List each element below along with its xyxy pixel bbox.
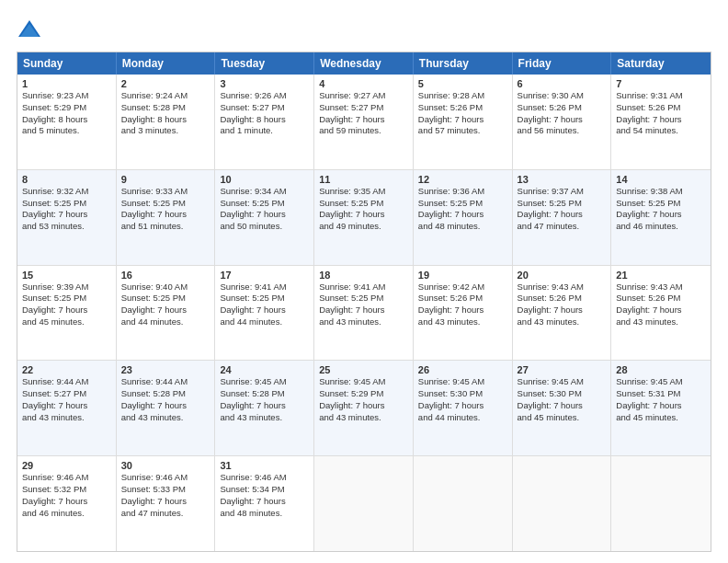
cell-line: Sunset: 5:27 PM	[22, 388, 111, 400]
cell-line: and 43 minutes.	[319, 316, 408, 328]
cell-line: Daylight: 7 hours	[121, 496, 210, 508]
weekday-header: Friday	[513, 52, 612, 75]
cell-line: Daylight: 7 hours	[22, 209, 111, 221]
cell-line: and 43 minutes.	[22, 412, 111, 424]
cell-line: Sunset: 5:28 PM	[121, 102, 210, 114]
cell-line: Sunrise: 9:44 AM	[22, 376, 111, 388]
day-number: 21	[616, 270, 706, 281]
cell-line: Sunrise: 9:27 AM	[319, 90, 408, 102]
logo-icon	[17, 17, 42, 42]
cell-line: and 46 minutes.	[22, 508, 111, 520]
cell-line: and 45 minutes.	[616, 412, 706, 424]
cell-line: Daylight: 7 hours	[121, 400, 210, 412]
calendar-cell: 29Sunrise: 9:46 AMSunset: 5:32 PMDayligh…	[17, 456, 117, 551]
cell-line: and 1 minute.	[220, 125, 309, 137]
cell-line: Sunset: 5:32 PM	[22, 484, 111, 496]
day-number: 20	[518, 270, 607, 281]
logo	[17, 17, 46, 42]
cell-line: Daylight: 7 hours	[319, 114, 408, 126]
cell-line: Daylight: 7 hours	[616, 400, 706, 412]
cell-line: Sunrise: 9:24 AM	[121, 90, 210, 102]
cell-line: and 44 minutes.	[121, 316, 210, 328]
cell-line: Sunset: 5:25 PM	[220, 198, 309, 210]
day-number: 28	[616, 364, 706, 375]
calendar-body: 1Sunrise: 9:23 AMSunset: 5:29 PMDaylight…	[17, 75, 711, 551]
cell-line: Daylight: 7 hours	[418, 209, 507, 221]
day-number: 5	[418, 78, 507, 89]
cell-line: Daylight: 7 hours	[616, 209, 706, 221]
calendar-cell: 4Sunrise: 9:27 AMSunset: 5:27 PMDaylight…	[314, 75, 414, 169]
cell-line: Sunset: 5:31 PM	[616, 388, 706, 400]
cell-line: Sunrise: 9:45 AM	[418, 376, 507, 388]
cell-line: Sunset: 5:33 PM	[121, 484, 210, 496]
cell-line: Daylight: 7 hours	[518, 114, 607, 126]
calendar-row: 15Sunrise: 9:39 AMSunset: 5:25 PMDayligh…	[17, 265, 711, 361]
day-number: 7	[616, 78, 706, 89]
calendar-cell: 16Sunrise: 9:40 AMSunset: 5:25 PMDayligh…	[117, 266, 216, 361]
calendar-cell: 17Sunrise: 9:41 AMSunset: 5:25 PMDayligh…	[215, 266, 314, 361]
cell-line: and 59 minutes.	[319, 125, 408, 137]
calendar-cell: 2Sunrise: 9:24 AMSunset: 5:28 PMDaylight…	[117, 75, 216, 169]
cell-line: Sunset: 5:25 PM	[319, 293, 408, 304]
cell-line: Daylight: 7 hours	[319, 304, 408, 316]
weekday-header: Thursday	[414, 52, 513, 75]
header	[17, 17, 711, 42]
cell-line: Daylight: 8 hours	[121, 114, 210, 126]
cell-line: and 49 minutes.	[319, 221, 408, 233]
calendar-cell: 25Sunrise: 9:45 AMSunset: 5:29 PMDayligh…	[314, 361, 414, 455]
cell-line: Sunrise: 9:44 AM	[121, 376, 210, 388]
cell-line: Sunset: 5:27 PM	[220, 102, 309, 114]
cell-line: and 43 minutes.	[220, 412, 309, 424]
cell-line: Sunrise: 9:26 AM	[220, 90, 309, 102]
cell-line: Sunrise: 9:41 AM	[220, 282, 309, 293]
cell-line: and 44 minutes.	[220, 316, 309, 328]
cell-line: Sunset: 5:25 PM	[22, 198, 111, 210]
calendar-row: 22Sunrise: 9:44 AMSunset: 5:27 PMDayligh…	[17, 360, 711, 455]
cell-line: Daylight: 7 hours	[220, 400, 309, 412]
cell-line: Daylight: 7 hours	[220, 496, 309, 508]
cell-line: Sunset: 5:29 PM	[22, 102, 111, 114]
day-number: 2	[121, 78, 210, 89]
cell-line: Daylight: 7 hours	[22, 304, 111, 316]
day-number: 23	[121, 364, 210, 375]
cell-line: Sunset: 5:28 PM	[121, 388, 210, 400]
page: SundayMondayTuesdayWednesdayThursdayFrid…	[0, 0, 728, 563]
cell-line: Sunrise: 9:46 AM	[121, 472, 210, 484]
cell-line: Sunrise: 9:33 AM	[121, 186, 210, 198]
cell-line: Sunrise: 9:35 AM	[319, 186, 408, 198]
cell-line: Daylight: 7 hours	[121, 209, 210, 221]
calendar-cell: 11Sunrise: 9:35 AMSunset: 5:25 PMDayligh…	[314, 170, 414, 265]
cell-line: Daylight: 8 hours	[220, 114, 309, 126]
day-number: 26	[418, 364, 507, 375]
cell-line: Daylight: 7 hours	[319, 209, 408, 221]
cell-line: and 3 minutes.	[121, 125, 210, 137]
cell-line: Sunset: 5:26 PM	[616, 293, 706, 304]
cell-line: Sunset: 5:34 PM	[220, 484, 309, 496]
cell-line: Daylight: 7 hours	[616, 304, 706, 316]
calendar-cell: 23Sunrise: 9:44 AMSunset: 5:28 PMDayligh…	[117, 361, 216, 455]
cell-line: Sunrise: 9:38 AM	[616, 186, 706, 198]
cell-line: and 47 minutes.	[121, 508, 210, 520]
calendar-cell: 10Sunrise: 9:34 AMSunset: 5:25 PMDayligh…	[215, 170, 314, 265]
cell-line: and 56 minutes.	[518, 125, 607, 137]
cell-line: and 43 minutes.	[616, 316, 706, 328]
cell-line: Sunrise: 9:46 AM	[220, 472, 309, 484]
calendar-cell: 15Sunrise: 9:39 AMSunset: 5:25 PMDayligh…	[17, 266, 117, 361]
calendar-header: SundayMondayTuesdayWednesdayThursdayFrid…	[17, 52, 711, 75]
day-number: 8	[22, 174, 111, 185]
calendar-cell: 9Sunrise: 9:33 AMSunset: 5:25 PMDaylight…	[117, 170, 216, 265]
cell-line: and 5 minutes.	[22, 125, 111, 137]
calendar-row: 29Sunrise: 9:46 AMSunset: 5:32 PMDayligh…	[17, 455, 711, 551]
calendar-cell: 20Sunrise: 9:43 AMSunset: 5:26 PMDayligh…	[513, 266, 612, 361]
cell-line: and 45 minutes.	[22, 316, 111, 328]
calendar-cell: 12Sunrise: 9:36 AMSunset: 5:25 PMDayligh…	[414, 170, 513, 265]
cell-line: Sunset: 5:25 PM	[22, 293, 111, 304]
cell-line: Sunset: 5:25 PM	[418, 198, 507, 210]
cell-line: and 57 minutes.	[418, 125, 507, 137]
cell-line: Daylight: 7 hours	[22, 400, 111, 412]
cell-line: Sunrise: 9:36 AM	[418, 186, 507, 198]
cell-line: Sunrise: 9:30 AM	[518, 90, 607, 102]
cell-line: and 54 minutes.	[616, 125, 706, 137]
day-number: 3	[220, 78, 309, 89]
cell-line: and 43 minutes.	[418, 316, 507, 328]
